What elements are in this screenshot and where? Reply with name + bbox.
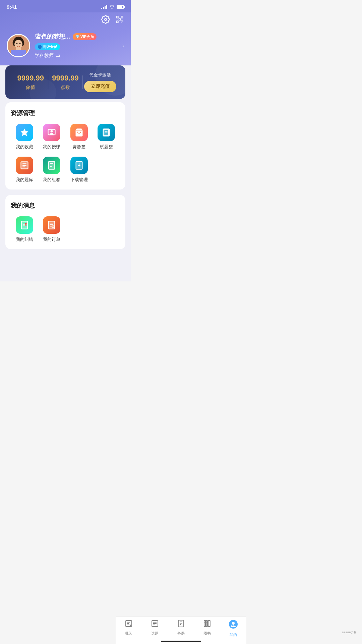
exam-basket[interactable]: 试题篮	[93, 124, 120, 150]
status-bar: 9:41	[0, 0, 131, 12]
svg-rect-14	[11, 50, 26, 56]
senior-icon: 🔵	[38, 45, 42, 49]
status-icons	[101, 4, 124, 10]
download-management[interactable]: 下载管理	[65, 157, 93, 183]
profile-info: 蓝色的梦想... 💎 VIP会员 🔵 高级会员 学科教师 ⇄	[35, 33, 117, 59]
resource-basket-label: 资源篮	[72, 144, 85, 150]
stored-amount: 9999.99	[13, 74, 48, 83]
my-messages-title: 我的消息	[11, 202, 120, 210]
messages-grid: 我的纠错 我的订单	[11, 216, 120, 243]
my-favorites[interactable]: 我的收藏	[11, 124, 38, 150]
favorites-label: 我的收藏	[16, 144, 33, 150]
question-bank-label: 我的题库	[16, 177, 33, 183]
profile-name: 蓝色的梦想...	[35, 33, 70, 41]
teaching-icon	[43, 124, 60, 141]
download-label: 下载管理	[70, 177, 88, 183]
favorites-icon	[16, 124, 33, 141]
svg-point-12	[19, 43, 21, 44]
exam-basket-icon	[98, 124, 115, 141]
my-question-bank[interactable]: 我的题库	[11, 157, 38, 183]
points-amount: 9999.99	[48, 74, 83, 83]
wifi-icon	[109, 4, 115, 10]
exam-basket-label: 试题篮	[100, 144, 113, 150]
resource-management-title: 资源管理	[11, 109, 120, 117]
signal-icon	[101, 5, 107, 9]
profile-arrow[interactable]: ›	[122, 42, 124, 49]
svg-rect-1	[116, 16, 118, 18]
my-messages-section: 我的消息 我的纠错	[5, 195, 125, 249]
paper-label: 我的组卷	[43, 177, 60, 183]
resource-basket[interactable]: 资源篮	[65, 124, 93, 150]
corrections-icon	[16, 216, 33, 234]
battery-icon	[117, 5, 124, 9]
my-teaching[interactable]: 我的授课	[38, 124, 66, 150]
activate-text: 代金卡激活	[89, 72, 111, 78]
my-orders[interactable]: 我的订单	[38, 216, 66, 243]
teaching-label: 我的授课	[43, 144, 60, 150]
svg-point-11	[16, 43, 18, 44]
vip-icon: 💎	[75, 35, 79, 39]
orders-label: 我的订单	[43, 236, 60, 243]
header-background: 蓝色的梦想... 💎 VIP会员 🔵 高级会员 学科教师 ⇄ ›	[0, 12, 131, 72]
scan-button[interactable]	[115, 15, 124, 26]
resource-grid-row1: 我的收藏 我的授课	[11, 124, 120, 150]
wallet-card: 9999.99 储值 9999.99 点数 代金卡激活 立即充值	[5, 65, 125, 99]
svg-marker-15	[20, 128, 28, 136]
wallet-activate: 代金卡激活 立即充值	[83, 72, 117, 92]
header-actions	[7, 12, 124, 33]
avatar[interactable]	[7, 34, 30, 57]
corrections-label: 我的纠错	[16, 236, 33, 243]
content-area: 资源管理 我的收藏 我的授课	[0, 92, 131, 281]
wallet-points: 9999.99 点数	[48, 74, 83, 91]
wallet-stored-value: 9999.99 储值	[13, 74, 48, 91]
download-icon	[70, 157, 88, 174]
orders-icon	[43, 216, 60, 234]
resource-management-section: 资源管理 我的收藏 我的授课	[5, 102, 125, 190]
svg-rect-26	[49, 161, 55, 169]
status-time: 9:41	[7, 4, 17, 10]
profile-role: 学科教师 ⇄	[35, 52, 117, 59]
profile-row: 蓝色的梦想... 💎 VIP会员 🔵 高级会员 学科教师 ⇄ ›	[7, 33, 124, 59]
svg-rect-3	[116, 21, 118, 22]
resource-grid-row2: 我的题库 我的组卷	[11, 157, 120, 183]
my-paper[interactable]: 我的组卷	[38, 157, 66, 183]
profile-name-row: 蓝色的梦想... 💎 VIP会员 🔵 高级会员	[35, 33, 117, 50]
stored-label: 储值	[13, 85, 48, 91]
svg-point-17	[51, 130, 53, 132]
paper-icon	[43, 157, 60, 174]
question-bank-icon	[16, 157, 33, 174]
recharge-button[interactable]: 立即充值	[84, 81, 116, 92]
settings-button[interactable]	[101, 15, 110, 26]
points-label: 点数	[48, 85, 83, 91]
svg-rect-2	[121, 16, 123, 18]
my-corrections[interactable]: 我的纠错	[11, 216, 38, 243]
resource-basket-icon	[70, 124, 88, 141]
svg-point-10	[14, 40, 22, 49]
svg-rect-4	[119, 19, 120, 20]
vip-badge: 💎 VIP会员	[73, 33, 97, 40]
svg-point-0	[105, 18, 107, 21]
senior-badge: 🔵 高级会员	[35, 43, 60, 50]
